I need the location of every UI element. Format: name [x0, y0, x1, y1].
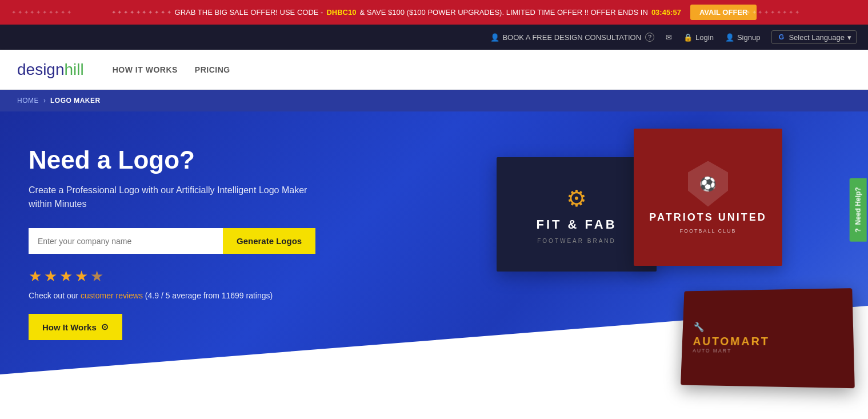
question-mark-icon: ? [854, 228, 862, 232]
company-name-input[interactable] [29, 228, 223, 254]
chevron-down-icon: ▾ [847, 33, 851, 42]
logo-hill-text: hill [65, 61, 84, 79]
star-1: ★ [29, 268, 42, 285]
star-5-half: ★ [90, 268, 103, 285]
hero-section: Need a Logo? Create a Professional Logo … [0, 111, 868, 419]
breadcrumb-separator: › [43, 97, 46, 105]
mail-link[interactable]: ✉ [666, 33, 672, 42]
how-it-works-button[interactable]: How It Works ⊙ [29, 314, 122, 340]
question-icon: ? [645, 33, 654, 42]
top-nav: 👤 BOOK A FREE DESIGN CONSULTATION ? ✉ 🔒 … [0, 25, 868, 50]
lock-icon: 🔒 [683, 33, 693, 42]
language-label: Select Language [789, 33, 845, 42]
login-link[interactable]: 🔒 Login [683, 33, 714, 42]
nav-how-it-works[interactable]: HOW IT WORKS [113, 65, 178, 74]
fitfab-subtitle: FOOTWEAR BRAND [537, 238, 616, 244]
hero-title: Need a Logo? [29, 146, 315, 174]
automart-card: 🔧 AUTOMART AUTO MART [681, 288, 855, 388]
banner-stars-left: ✦ ✦ ✦ ✦ ✦ ✦ ✦ ✦ ✦ ✦ [111, 9, 171, 15]
main-navigation: HOW IT WORKS PRICING [113, 65, 230, 74]
hero-content: Need a Logo? Create a Professional Logo … [0, 111, 344, 374]
need-help-label: Need Help? [854, 187, 862, 225]
shield-icon [688, 161, 728, 207]
patriots-logo-card: PATRIOTS UNITED FOOTBALL CLUB [634, 129, 782, 266]
user-icon: 👤 [725, 33, 734, 42]
breadcrumb-home[interactable]: HOME [17, 97, 39, 105]
hero-subtitle: Create a Professional Logo with our Arti… [29, 183, 315, 211]
generate-logos-button[interactable]: Generate Logos [223, 228, 315, 254]
banner-timer: 03:45:57 [651, 8, 681, 17]
automart-name: AUTOMART [693, 335, 770, 348]
breadcrumb-current: LOGO MAKER [50, 97, 101, 105]
fitfab-logo-card: ⚙ FIT & FAB FOOTWEAR BRAND [497, 157, 657, 272]
automart-tagline: AUTO MART [693, 348, 731, 353]
wrench-icon: 🔧 [693, 321, 704, 332]
fitfab-name: FIT & FAB [536, 217, 617, 232]
hero-images: ⚙ FIT & FAB FOOTWEAR BRAND PATRIOTS UNIT… [468, 111, 868, 419]
nav-pricing[interactable]: PRICING [195, 65, 230, 74]
banner-text-pre: GRAB THE BIG SALE OFFER! USE CODE - [175, 8, 323, 17]
hero-input-row: Generate Logos [29, 228, 315, 254]
patriots-name: PATRIOTS UNITED [649, 212, 766, 224]
star-3: ★ [59, 268, 73, 285]
top-banner: ✦ ✦ ✦ ✦ ✦ ✦ ✦ ✦ ✦ ✦ GRAB THE BIG SALE OF… [0, 0, 868, 25]
star-4: ★ [75, 268, 88, 285]
customer-reviews-link[interactable]: customer reviews [81, 291, 143, 300]
main-nav: designhill HOW IT WORKS PRICING [0, 50, 868, 90]
google-icon: G [777, 33, 786, 42]
avail-offer-button[interactable]: AVAIL OFFER [690, 5, 757, 20]
banner-text-post: & SAVE $100 ($100 POWER UPGRADES). LIMIT… [359, 8, 647, 17]
star-2: ★ [44, 268, 57, 285]
signup-link[interactable]: 👤 Signup [725, 33, 760, 42]
logo-design-text: design [17, 61, 65, 79]
reviews-text: Check out our customer reviews (4.9 / 5 … [29, 291, 315, 300]
language-selector[interactable]: G Select Language ▾ [771, 30, 857, 44]
person-icon: 👤 [490, 33, 499, 42]
play-circle-icon: ⊙ [101, 322, 109, 332]
need-help-tab[interactable]: ? Need Help? [849, 178, 866, 241]
logo[interactable]: designhill [17, 61, 84, 79]
mail-icon: ✉ [666, 33, 672, 42]
breadcrumb: HOME › LOGO MAKER [0, 90, 868, 111]
star-rating: ★ ★ ★ ★ ★ [29, 268, 315, 285]
banner-code: DHBC10 [326, 8, 356, 17]
consultation-link[interactable]: 👤 BOOK A FREE DESIGN CONSULTATION ? [490, 33, 654, 42]
dumbbell-icon: ⚙ [566, 185, 587, 212]
patriots-subtitle: FOOTBALL CLUB [679, 228, 736, 234]
